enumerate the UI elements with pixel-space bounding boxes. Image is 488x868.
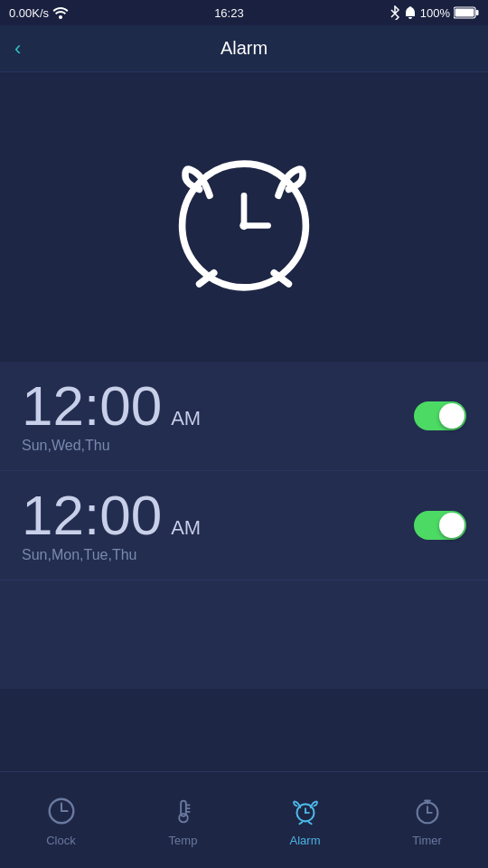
alarm-time-1: 12:00 AM <box>22 378 201 434</box>
speed-indicator: 0.00K/s <box>9 6 49 20</box>
alarm-time-main-2: 12:00 <box>22 487 162 543</box>
alarm-days-2: Sun,Mon,Tue,Thu <box>22 547 201 563</box>
status-left: 0.00K/s <box>9 6 69 20</box>
wifi-icon <box>52 6 69 19</box>
svg-point-14 <box>179 813 188 822</box>
alarm-hero <box>0 72 488 362</box>
alarm-days-1: Sun,Wed,Thu <box>22 438 201 454</box>
alarm-info-2: 12:00 AM Sun,Mon,Tue,Thu <box>22 487 201 563</box>
timer-nav-icon <box>410 794 445 828</box>
alarm-info-1: 12:00 AM Sun,Wed,Thu <box>22 378 201 454</box>
nav-item-alarm[interactable]: Alarm <box>244 794 366 847</box>
alarm-nav-icon <box>288 794 323 828</box>
svg-point-9 <box>239 222 249 231</box>
alarm-time-main-1: 12:00 <box>22 378 162 434</box>
status-time: 16:23 <box>214 6 244 20</box>
clock-nav-icon <box>44 794 79 828</box>
bell-icon <box>404 5 417 20</box>
alarm-list: 12:00 AM Sun,Wed,Thu 12:00 AM Sun,Mon,Tu… <box>0 362 488 689</box>
svg-line-22 <box>308 822 311 824</box>
alarm-toggle-1[interactable] <box>414 401 466 430</box>
alarm-ampm-1: AM <box>171 407 201 430</box>
nav-label-alarm: Alarm <box>290 834 321 847</box>
header: ‹ Alarm <box>0 25 488 72</box>
alarm-ampm-2: AM <box>171 516 201 540</box>
empty-space <box>0 580 488 689</box>
alarm-toggle-2[interactable] <box>414 511 466 540</box>
back-button[interactable]: ‹ <box>14 37 21 61</box>
svg-line-21 <box>299 822 302 824</box>
nav-label-timer: Timer <box>412 834 442 847</box>
battery-icon <box>454 6 479 19</box>
alarm-clock-icon <box>158 131 330 303</box>
status-right: 100% <box>389 5 479 20</box>
battery-percent: 100% <box>420 6 450 20</box>
svg-point-0 <box>59 15 62 19</box>
svg-rect-3 <box>455 9 474 17</box>
nav-item-timer[interactable]: Timer <box>366 794 488 847</box>
bottom-nav: Clock Temp Alarm <box>0 771 488 868</box>
alarm-time-2: 12:00 AM <box>22 487 201 543</box>
svg-rect-2 <box>475 10 478 15</box>
toggle-knob-2 <box>439 513 465 538</box>
status-bar: 0.00K/s 16:23 100% <box>0 0 488 25</box>
alarm-item-1[interactable]: 12:00 AM Sun,Wed,Thu <box>0 362 488 471</box>
bluetooth-icon <box>389 5 400 20</box>
alarm-item-2[interactable]: 12:00 AM Sun,Mon,Tue,Thu <box>0 471 488 580</box>
nav-label-temp: Temp <box>169 834 198 847</box>
nav-item-temp[interactable]: Temp <box>122 794 244 847</box>
page-title: Alarm <box>221 38 267 59</box>
toggle-knob-1 <box>439 403 465 429</box>
nav-label-clock: Clock <box>46 834 76 847</box>
temp-nav-icon <box>166 794 201 828</box>
nav-item-clock[interactable]: Clock <box>0 794 122 847</box>
